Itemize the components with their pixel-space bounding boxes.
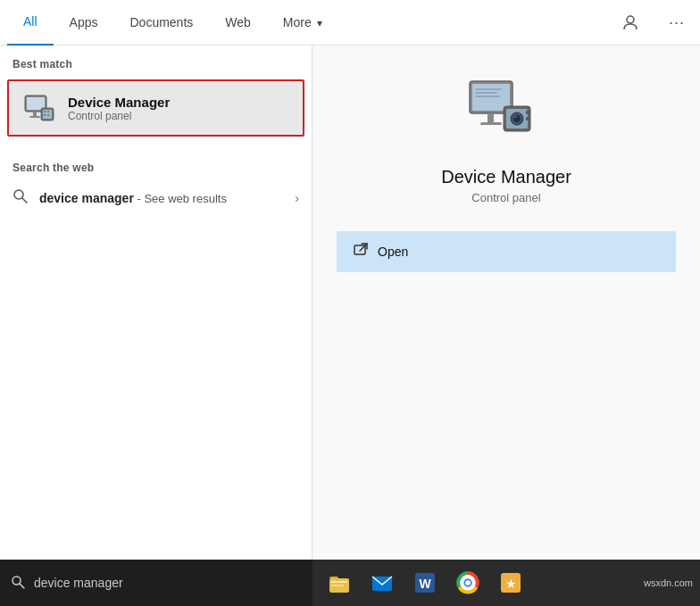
taskbar-other-app[interactable]: ★ — [491, 560, 530, 606]
right-app-title: Device Manager — [441, 167, 571, 187]
best-match-subtitle: Control panel — [68, 110, 170, 122]
best-match-label: Best match — [0, 46, 312, 76]
taskbar-search[interactable]: device manager — [0, 560, 312, 606]
taskbar-search-icon — [11, 575, 25, 592]
taskbar-file-explorer[interactable] — [320, 560, 359, 606]
user-icon-button[interactable] — [614, 6, 646, 38]
best-match-item[interactable]: Device Manager Control panel — [7, 79, 304, 137]
best-match-text: Device Manager Control panel — [68, 95, 170, 122]
svg-point-10 — [47, 114, 49, 116]
svg-point-0 — [627, 16, 634, 23]
chrome-icon — [456, 571, 479, 594]
taskbar-app-icons: W ★ — [312, 560, 538, 606]
search-icon-taskbar — [11, 575, 25, 589]
tab-more-label: More — [283, 15, 312, 29]
watermark-text: wsxdn.com — [644, 577, 693, 588]
word-icon: W — [413, 571, 437, 594]
svg-rect-33 — [331, 585, 344, 586]
mail-icon — [371, 571, 394, 594]
system-tray: wsxdn.com — [644, 577, 700, 588]
taskbar-word[interactable]: W — [405, 560, 445, 606]
main-container: Best match — [0, 46, 700, 560]
tab-web[interactable]: Web — [209, 0, 267, 46]
svg-rect-3 — [33, 112, 37, 116]
web-search-label: Search the web — [0, 149, 312, 179]
svg-point-40 — [465, 580, 471, 585]
svg-rect-23 — [526, 117, 529, 120]
chevron-down-icon — [315, 15, 322, 29]
svg-rect-24 — [475, 88, 502, 90]
tab-all[interactable]: All — [7, 0, 54, 46]
taskbar-search-text: device manager — [34, 576, 123, 590]
web-search-item[interactable]: device manager - See web results › — [0, 179, 312, 217]
right-app-subtitle: Control panel — [471, 191, 540, 204]
web-search-query: device manager — [39, 191, 134, 205]
search-circle-icon — [12, 188, 29, 208]
svg-point-9 — [44, 114, 46, 116]
tab-web-label: Web — [225, 15, 251, 29]
best-match-title: Device Manager — [68, 95, 170, 110]
svg-rect-26 — [475, 95, 500, 97]
svg-text:W: W — [419, 577, 431, 591]
taskbar-mail[interactable] — [362, 560, 402, 606]
tab-documents[interactable]: Documents — [113, 0, 209, 46]
nav-right-icons: ··· — [614, 6, 693, 38]
right-panel: Device Manager Control panel Open — [312, 46, 700, 560]
user-icon — [622, 14, 638, 30]
device-manager-svg-small — [21, 90, 57, 126]
open-icon — [353, 242, 369, 261]
top-navigation: All Apps Documents Web More ··· — [0, 0, 700, 46]
device-manager-svg-large — [466, 72, 538, 144]
ellipsis-icon: ··· — [669, 13, 685, 32]
svg-line-28 — [360, 244, 367, 251]
file-explorer-icon — [328, 571, 351, 594]
svg-point-21 — [514, 116, 516, 118]
svg-line-12 — [22, 198, 27, 203]
svg-point-7 — [44, 111, 46, 112]
chevron-right-icon: › — [295, 191, 299, 205]
svg-rect-16 — [480, 122, 502, 125]
svg-rect-32 — [331, 581, 347, 583]
tab-documents-label: Documents — [129, 15, 193, 29]
taskbar-chrome[interactable] — [448, 560, 488, 606]
svg-rect-25 — [475, 92, 497, 94]
open-button-label: Open — [378, 245, 408, 259]
launch-icon — [353, 242, 369, 258]
tab-apps[interactable]: Apps — [54, 0, 114, 46]
tab-more[interactable]: More — [267, 0, 338, 46]
taskbar: device manager W — [0, 560, 700, 606]
svg-rect-4 — [29, 116, 40, 118]
web-search-suffix: - See web results — [134, 192, 227, 205]
svg-text:★: ★ — [505, 577, 517, 591]
more-options-button[interactable]: ··· — [661, 6, 693, 38]
web-search-text: device manager - See web results — [39, 191, 227, 205]
svg-rect-22 — [526, 111, 529, 114]
svg-rect-15 — [488, 113, 494, 122]
search-icon — [12, 188, 29, 204]
device-manager-icon-small — [21, 90, 57, 126]
left-panel: Best match — [0, 46, 312, 560]
svg-point-8 — [47, 111, 49, 112]
svg-line-30 — [20, 584, 24, 588]
device-manager-icon-large — [466, 72, 546, 153]
open-button[interactable]: Open — [337, 231, 676, 272]
other-app-icon: ★ — [499, 571, 522, 594]
tab-all-label: All — [23, 14, 38, 29]
tab-apps-label: Apps — [70, 15, 98, 29]
